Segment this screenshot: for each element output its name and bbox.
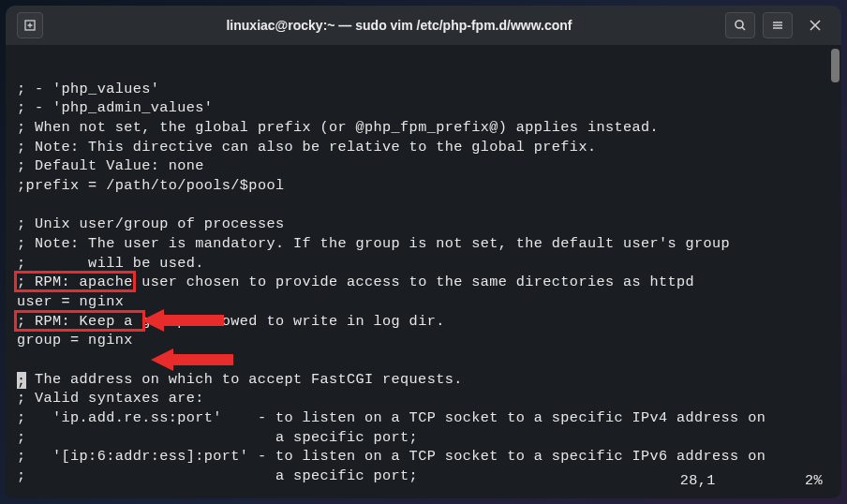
code-line: ; will be used. [17, 255, 204, 272]
menu-button[interactable] [763, 12, 793, 38]
search-button[interactable] [725, 12, 755, 38]
titlebar: linuxiac@rocky:~ — sudo vim /etc/php-fpm… [6, 6, 841, 45]
close-button[interactable] [800, 12, 830, 38]
code-line: The address on which to accept FastCGI r… [26, 371, 463, 388]
new-tab-button[interactable] [17, 12, 43, 38]
code-line: ;prefix = /path/to/pools/$pool [17, 177, 284, 194]
svg-point-3 [736, 21, 743, 28]
code-line: ; When not set, the global prefix (or @p… [17, 119, 659, 136]
terminal-window: linuxiac@rocky:~ — sudo vim /etc/php-fpm… [6, 6, 841, 498]
scrollbar-thumb[interactable] [831, 49, 840, 82]
terminal-body[interactable]: ; - 'php_values' ; - 'php_admin_values' … [6, 45, 841, 498]
svg-line-4 [742, 27, 745, 30]
svg-marker-11 [151, 348, 233, 371]
cursor-position: 28,1 [680, 472, 716, 489]
code-line: ; Default Value: none [17, 157, 204, 174]
vim-cursor: ; [17, 372, 26, 389]
code-line: ; Note: This directive can also be relat… [17, 139, 596, 156]
code-line: ; a specific port; [17, 429, 418, 446]
vim-status: 28,1 2% [680, 471, 823, 491]
code-line: ; Unix user/group of processes [17, 215, 284, 232]
code-line-user: user = nginx [17, 293, 124, 310]
code-line: ; - 'php_values' [17, 81, 159, 97]
scroll-percent: 2% [805, 472, 823, 489]
code-line: ; RPM: apache user chosen to provide acc… [17, 274, 694, 290]
code-line: ; Note: The user is mandatory. If the gr… [17, 235, 730, 252]
code-line: ; a specific port; [17, 467, 418, 484]
code-line: ; RPM: Keep a group allowed to write in … [17, 313, 445, 330]
code-line: ; Valid syntaxes are: [17, 390, 204, 407]
code-line: ; - 'php_admin_values' [17, 99, 213, 116]
titlebar-left [17, 12, 73, 38]
code-line: ; '[ip:6:addr:ess]:port' - to listen on … [17, 448, 765, 465]
code-line-group: group = nginx [17, 332, 133, 348]
titlebar-right [725, 12, 830, 38]
window-title: linuxiac@rocky:~ — sudo vim /etc/php-fpm… [73, 18, 725, 33]
code-line: ; 'ip.add.re.ss:port' - to listen on a T… [17, 409, 765, 426]
